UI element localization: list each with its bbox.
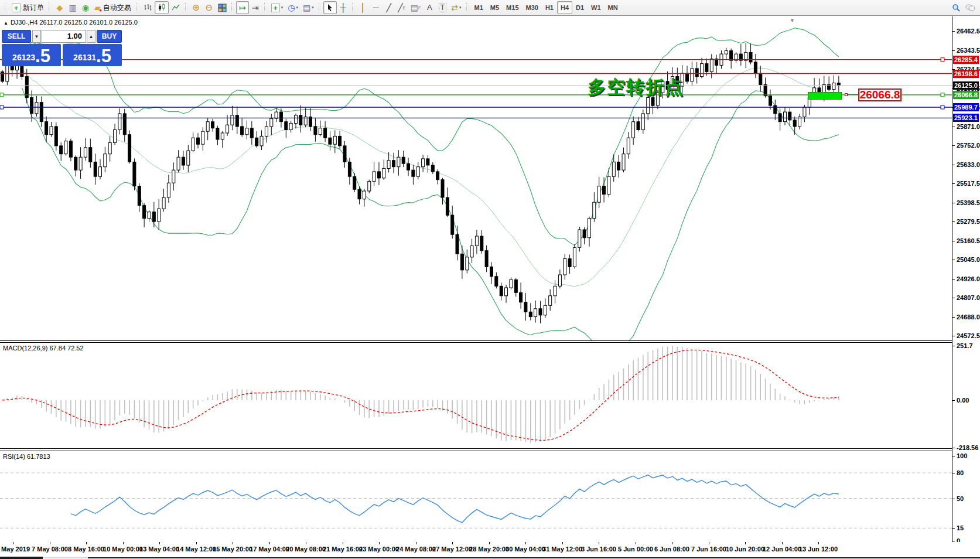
indicators-button[interactable]: + ▾ — [269, 1, 286, 14]
callout-connector-line — [848, 94, 858, 95]
metaeditor-button[interactable]: ◆ — [53, 1, 66, 14]
text-button[interactable]: A — [423, 1, 436, 14]
search-button[interactable] — [950, 1, 963, 14]
time-tick — [196, 542, 197, 544]
price-callout-label[interactable]: 26066.8 — [858, 88, 902, 101]
time-label: 5 Jun 00:00 — [618, 546, 653, 553]
axis-tick-label: 25045.0 — [957, 256, 980, 263]
tab-timeframe-m5[interactable]: M5 — [487, 1, 503, 14]
buy-button[interactable]: BUY — [97, 30, 122, 43]
sell-button[interactable]: SELL — [2, 30, 31, 43]
axis-tick — [952, 145, 955, 146]
crosshair-icon: ┼ — [340, 4, 346, 12]
time-label: 24 May 08:00 — [396, 546, 436, 553]
volume-up-button[interactable]: ▲ — [87, 30, 95, 43]
time-tick — [818, 542, 819, 544]
cursor-icon — [326, 4, 334, 12]
channel-button[interactable]: ╱E — [395, 1, 408, 14]
chart-candles-button[interactable] — [155, 1, 169, 14]
macd-pane[interactable] — [0, 343, 952, 448]
axis-tick — [952, 317, 955, 318]
text-label-button[interactable]: T — [436, 1, 449, 14]
macd-axis-label: -218.56 — [957, 444, 978, 451]
templates-button[interactable]: ▤ ▾ — [301, 1, 316, 14]
axis-tick — [952, 448, 955, 448]
autotrading-button[interactable]: ▰ ● 自动交易 — [92, 1, 134, 14]
time-label: 31 May 12:00 — [542, 546, 582, 553]
new-order-label: 新订单 — [23, 3, 44, 13]
autoscroll-icon: ↦ — [239, 4, 246, 12]
crosshair-button[interactable]: ┼ — [337, 1, 350, 14]
time-tick — [233, 542, 233, 544]
trendline-button[interactable]: ╱ — [383, 1, 395, 14]
shift-chart-button[interactable]: ⇥ — [249, 1, 262, 14]
rsi-pane[interactable] — [0, 451, 952, 542]
tab-timeframe-mn[interactable]: MN — [605, 1, 622, 14]
chat-icon — [965, 4, 975, 12]
shift-chart-icon: ⇥ — [252, 4, 259, 12]
tab-timeframe-m15[interactable]: M15 — [503, 1, 522, 14]
zoom-in-button[interactable]: ⊕ — [190, 1, 203, 14]
chart-annotation-text: 多空转折点 — [588, 75, 684, 100]
cursor-button[interactable] — [323, 1, 337, 14]
time-axis[interactable]: 6 May 20197 May 08:008 May 16:0010 May 0… — [0, 542, 980, 557]
new-order-button[interactable]: + 新订单 — [9, 1, 46, 14]
pane-separator[interactable] — [0, 340, 952, 343]
volume-down-button[interactable]: ▼ — [32, 30, 41, 43]
axis-tick — [952, 541, 955, 541]
buy-price-box[interactable]: 26131.5 — [63, 44, 122, 66]
indicators-icon: + — [271, 4, 280, 12]
axis-tick — [952, 528, 955, 529]
profile-button[interactable]: ▥ — [66, 1, 79, 14]
price-axis[interactable]: 26462.526343.526224.526105.525989.525871… — [952, 16, 980, 544]
tab-timeframe-m1[interactable]: M1 — [471, 1, 487, 14]
chart-bars-button[interactable] — [141, 1, 155, 14]
periods-button[interactable]: ◷ ▾ — [285, 1, 301, 14]
axis-tick-label: 24926.0 — [957, 275, 980, 282]
new-order-icon: + — [12, 4, 21, 12]
volume-input[interactable]: 1.00 — [42, 30, 86, 43]
search-icon — [952, 4, 961, 12]
tab-timeframe-m30[interactable]: M30 — [523, 1, 542, 14]
vline-button[interactable]: │ — [357, 1, 370, 14]
time-tick — [13, 542, 13, 544]
hline-button[interactable]: ─ — [370, 1, 383, 14]
axis-tick-label: 25160.5 — [957, 237, 980, 244]
bottom-window-edge — [43, 557, 88, 558]
zoom-in-icon: ⊕ — [192, 4, 200, 12]
time-tick — [269, 542, 270, 544]
fibonacci-button[interactable]: ▤F — [408, 1, 424, 14]
time-tick — [636, 542, 636, 544]
clock-icon: ◷ — [288, 4, 295, 12]
tab-timeframe-h1[interactable]: H1 — [542, 1, 557, 14]
fibonacci-icon: ▤ — [411, 4, 418, 12]
time-tick — [50, 542, 50, 544]
time-tick — [562, 542, 563, 544]
tab-timeframe-w1[interactable]: W1 — [588, 1, 605, 14]
time-tick — [525, 542, 526, 544]
time-label: 21 May 16:00 — [323, 546, 363, 553]
time-label: 10 Jun 20:00 — [726, 546, 764, 553]
chart-line-button[interactable] — [169, 1, 183, 14]
axis-tick — [952, 279, 955, 280]
autotrading-icon: ▰ ● — [94, 4, 101, 12]
zoom-out-icon: ⊖ — [205, 4, 213, 12]
tab-timeframe-d1[interactable]: D1 — [572, 1, 588, 14]
time-tick — [306, 542, 306, 544]
tile-windows-button[interactable] — [216, 1, 229, 14]
highlight-rectangle[interactable] — [808, 92, 842, 100]
signals-button[interactable]: ◉ — [79, 1, 92, 14]
main-price-pane[interactable] — [0, 16, 952, 340]
chat-button[interactable] — [963, 1, 978, 14]
axis-tick-label: 24688.0 — [957, 313, 980, 321]
collapse-triangle-icon[interactable]: ▲ — [4, 21, 8, 26]
autoscroll-button[interactable]: ↦ — [236, 1, 249, 14]
pane-separator[interactable] — [0, 448, 952, 451]
axis-tick — [952, 400, 955, 401]
tab-timeframe-h4[interactable]: H4 — [557, 1, 572, 14]
zoom-out-button[interactable]: ⊖ — [203, 1, 216, 14]
toolbar-grip — [319, 3, 321, 12]
arrows-button[interactable]: ⇄ ▾ — [449, 1, 463, 14]
chevron-down-icon: ▾ — [296, 5, 299, 10]
sell-price-box[interactable]: 26123.5 — [2, 44, 61, 66]
